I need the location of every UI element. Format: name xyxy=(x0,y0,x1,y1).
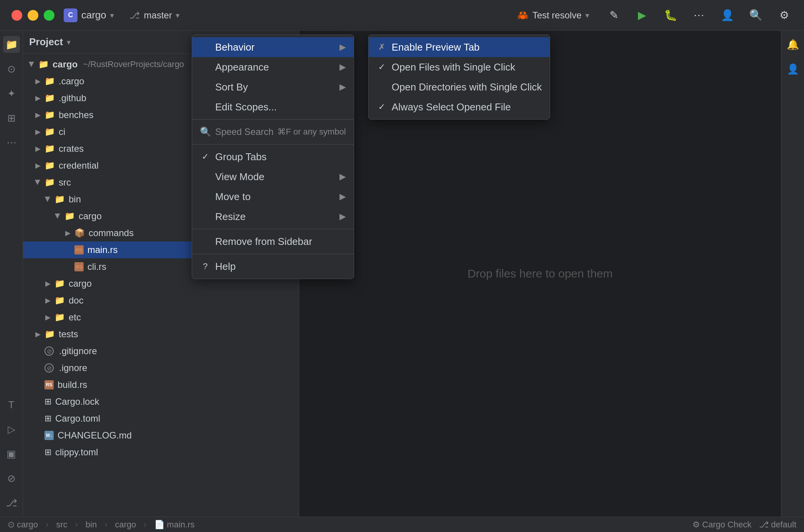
submenu-arrow-sort-icon: ▶ xyxy=(339,82,346,92)
menu-item-move-to[interactable]: Move to ▶ xyxy=(192,187,354,207)
menu-label-open-dirs-click: Open Directories with Single Click xyxy=(392,81,542,93)
submenu-arrow-behavior-icon: ▶ xyxy=(339,42,346,52)
menu-item-always-select[interactable]: ✓ Always Select Opened File xyxy=(369,97,550,117)
submenu-arrow-move-to-icon: ▶ xyxy=(339,192,346,202)
search-icon: 🔍 xyxy=(200,126,211,137)
menu-item-resize[interactable]: Resize ▶ xyxy=(192,207,354,227)
menu-label-enable-preview: Enable Preview Tab xyxy=(392,41,542,53)
menu-item-edit-scopes[interactable]: Edit Scopes... xyxy=(192,97,354,117)
menu-label-view-mode: View Mode xyxy=(215,171,335,183)
menu-item-speed-search: 🔍 Speed Search ⌘F or any symbol xyxy=(192,122,354,142)
menu-item-group-tabs[interactable]: ✓ Group Tabs xyxy=(192,147,354,167)
menu-check-always-select: ✓ xyxy=(376,102,387,112)
menu-separator xyxy=(192,119,354,120)
menu-label-group-tabs: Group Tabs xyxy=(215,151,346,163)
menu-item-enable-preview[interactable]: ✗ Enable Preview Tab xyxy=(369,37,550,57)
menu-check-group-tabs: ✓ xyxy=(200,152,211,162)
menu-check-help: ? xyxy=(200,261,211,271)
menu-item-open-files-click[interactable]: ✓ Open Files with Single Click xyxy=(369,57,550,77)
menu-label-move-to: Move to xyxy=(215,191,335,203)
menu-label-remove-sidebar: Remove from Sidebar xyxy=(215,236,346,248)
menu-label-edit-scopes: Edit Scopes... xyxy=(215,101,346,113)
submenu-arrow-view-mode-icon: ▶ xyxy=(339,172,346,182)
submenu-arrow-resize-icon: ▶ xyxy=(339,212,346,222)
menu-item-view-mode[interactable]: View Mode ▶ xyxy=(192,167,354,187)
menu-separator xyxy=(192,144,354,144)
primary-context-menu: Behavior ▶ Appearance ▶ Sort By ▶ Edit S… xyxy=(192,34,354,279)
menu-item-sort-by[interactable]: Sort By ▶ xyxy=(192,77,354,97)
speed-search-shortcut: ⌘F or any symbol xyxy=(277,127,346,137)
menu-check-open-files: ✓ xyxy=(376,62,387,72)
menu-item-open-dirs-click[interactable]: Open Directories with Single Click xyxy=(369,77,550,97)
menu-item-remove-sidebar[interactable]: Remove from Sidebar xyxy=(192,232,354,251)
menu-label-always-select: Always Select Opened File xyxy=(392,101,542,113)
menu-separator xyxy=(192,254,354,254)
menu-item-appearance[interactable]: Appearance ▶ xyxy=(192,57,354,77)
menu-item-behavior[interactable]: Behavior ▶ xyxy=(192,37,354,57)
menu-separator xyxy=(192,229,354,229)
menu-label-behavior: Behavior xyxy=(215,41,335,53)
menu-label-help: Help xyxy=(215,261,346,273)
menu-item-help[interactable]: ? Help xyxy=(192,256,354,276)
menu-label-speed-search: Speed Search xyxy=(215,126,273,137)
menu-label-appearance: Appearance xyxy=(215,61,335,73)
menu-label-resize: Resize xyxy=(215,211,335,223)
menu-label-sort-by: Sort By xyxy=(215,81,335,93)
submenu-arrow-appearance-icon: ▶ xyxy=(339,62,346,72)
behavior-submenu: ✗ Enable Preview Tab ✓ Open Files with S… xyxy=(368,34,550,120)
menu-check-enable-preview: ✗ xyxy=(376,42,387,52)
menu-label-open-files-click: Open Files with Single Click xyxy=(392,61,542,73)
